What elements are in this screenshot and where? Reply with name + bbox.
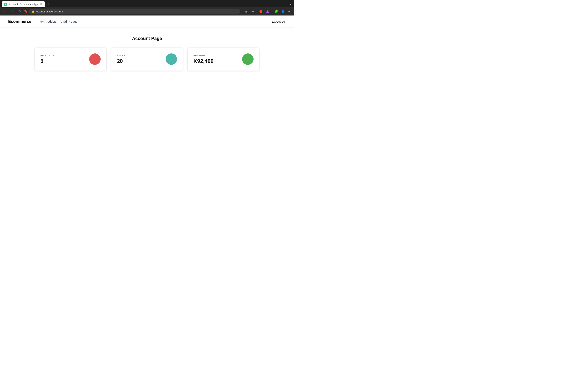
toolbar-right: ⊞ 🗝 🧩 👤 ≡ bbox=[243, 8, 292, 14]
products-stat-card: PRODUCTS 5 bbox=[35, 48, 106, 71]
tab-bar: Account | Ecommerce App ✕ + ▾ bbox=[0, 0, 294, 7]
logout-button[interactable]: LOGOUT bbox=[272, 20, 286, 23]
app-navbar: Ecommerce My Products Add Product LOGOUT bbox=[0, 16, 294, 28]
new-tab-button[interactable]: + bbox=[46, 2, 51, 7]
tab-favicon bbox=[4, 3, 7, 6]
brand-link[interactable]: Ecommerce bbox=[8, 19, 31, 24]
app-main: Account Page PRODUCTS 5 SALES 20 REVENUE… bbox=[0, 28, 294, 79]
tab-close-button[interactable]: ✕ bbox=[39, 3, 43, 6]
svg-marker-0 bbox=[5, 3, 7, 5]
active-tab[interactable]: Account | Ecommerce App ✕ bbox=[2, 1, 45, 7]
forward-button[interactable]: › bbox=[9, 8, 15, 14]
products-circle-icon bbox=[89, 53, 101, 65]
toolbar-separator-2 bbox=[272, 9, 272, 13]
svg-marker-1 bbox=[266, 10, 269, 13]
revenue-value: K92,400 bbox=[193, 58, 213, 64]
menu-icon[interactable]: ≡ bbox=[286, 8, 292, 14]
lock-icon: 🔒 bbox=[32, 10, 35, 13]
sales-circle-icon bbox=[165, 53, 177, 65]
brave-shield-icon[interactable] bbox=[258, 8, 264, 14]
revenue-stat-card: REVENUE K92,400 bbox=[188, 48, 259, 71]
sales-stat-card: SALES 20 bbox=[111, 48, 183, 71]
profile-icon[interactable]: 👤 bbox=[280, 8, 285, 14]
back-button[interactable]: ‹ bbox=[2, 8, 8, 14]
my-products-link[interactable]: My Products bbox=[39, 20, 56, 23]
revenue-stat-content: REVENUE K92,400 bbox=[193, 54, 213, 64]
products-stat-content: PRODUCTS 5 bbox=[40, 54, 54, 64]
sales-label: SALES bbox=[117, 54, 125, 57]
browser-chrome: Account | Ecommerce App ✕ + ▾ ‹ › ↻ 🔖 🔒 … bbox=[0, 0, 294, 16]
sales-stat-content: SALES 20 bbox=[117, 54, 125, 64]
url-text: localhost:8910/account bbox=[36, 10, 63, 13]
sales-value: 20 bbox=[117, 58, 125, 64]
vpn-icon[interactable] bbox=[265, 8, 270, 14]
stats-grid: PRODUCTS 5 SALES 20 REVENUE K92,400 bbox=[35, 48, 259, 71]
extensions-icon[interactable]: 🧩 bbox=[273, 8, 279, 14]
page-title: Account Page bbox=[8, 36, 286, 41]
tab-dropdown-button[interactable]: ▾ bbox=[288, 3, 292, 6]
address-bar[interactable]: 🔒 localhost:8910/account bbox=[29, 8, 240, 14]
tab-title: Account | Ecommerce App bbox=[9, 3, 38, 6]
products-value: 5 bbox=[40, 58, 54, 64]
browser-toolbar: ‹ › ↻ 🔖 🔒 localhost:8910/account ⊞ 🗝 bbox=[0, 7, 294, 16]
key-icon[interactable]: 🗝 bbox=[250, 8, 256, 14]
bookmark-button[interactable]: 🔖 bbox=[24, 10, 27, 13]
grid-icon[interactable]: ⊞ bbox=[243, 8, 249, 14]
toolbar-separator bbox=[257, 9, 257, 13]
nav-links: My Products Add Product bbox=[39, 20, 272, 23]
reload-button[interactable]: ↻ bbox=[17, 8, 22, 14]
revenue-circle-icon bbox=[242, 53, 254, 65]
add-product-link[interactable]: Add Product bbox=[61, 20, 78, 23]
revenue-label: REVENUE bbox=[193, 54, 213, 57]
products-label: PRODUCTS bbox=[40, 54, 54, 57]
